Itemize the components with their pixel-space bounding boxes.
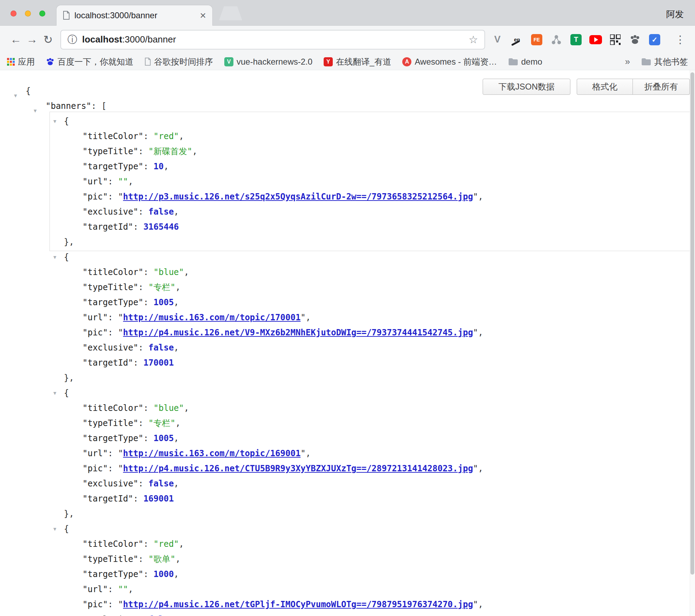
shield-check-extension-icon[interactable]: ✓ <box>648 33 661 46</box>
json-line: }, <box>64 371 690 386</box>
bookmarks-overflow-chevron[interactable]: » <box>625 56 630 67</box>
page-icon <box>145 58 151 66</box>
json-line: "exclusive": false, <box>64 340 690 355</box>
json-line: "url": "http://music.163.com/m/topic/170… <box>64 310 690 325</box>
vimium-extension-icon[interactable]: V <box>491 33 504 46</box>
tab-title: localhost:3000/banner <box>74 11 196 20</box>
bookmark-star-icon[interactable]: ☆ <box>469 33 478 46</box>
json-line: "targetType": 1005, <box>64 295 690 310</box>
collapse-toggle-icon[interactable]: ▼ <box>53 118 56 124</box>
json-line: "url": "", <box>64 582 690 597</box>
tampermonkey-extension-icon[interactable]: T <box>569 33 583 46</box>
close-window-button[interactable] <box>11 11 16 17</box>
json-line: { <box>64 114 690 129</box>
bookmark-vue-hackernews[interactable]: V vue-hackernews-2.0 <box>224 57 312 67</box>
browser-tab[interactable]: localhost:3000/banner × <box>56 5 213 26</box>
browser-menu-icon[interactable]: ⋮ <box>673 33 687 46</box>
json-line: }, <box>64 506 690 522</box>
vertical-scrollbar[interactable] <box>690 70 695 616</box>
json-line: "targetType": 1000, <box>64 567 690 582</box>
url-host: localhost <box>82 34 122 45</box>
window-controls <box>11 11 45 17</box>
fullscreen-window-button[interactable] <box>39 11 45 17</box>
minimize-window-button[interactable] <box>25 11 31 17</box>
json-line: "targetId": 169001 <box>64 491 690 506</box>
bookmark-youdao-translate[interactable]: Y 在线翻译_有道 <box>324 56 391 67</box>
new-tab-button[interactable] <box>219 6 242 20</box>
url-path: :3000/banner <box>122 34 176 45</box>
json-url-link[interactable]: http://p4.music.126.net/V9-MXz6b2MNhEKju… <box>123 328 473 338</box>
json-line: "exclusive": false, <box>64 612 690 616</box>
json-line: "targetType": 1005, <box>64 431 690 446</box>
json-line: }, <box>64 235 690 250</box>
json-url-link[interactable]: http://p3.music.126.net/s25q2x5QyqsAzilC… <box>123 192 473 202</box>
page-info-icon[interactable]: ⓘ <box>67 33 77 46</box>
json-line: "pic": "http://p4.music.126.net/tGPljf-I… <box>64 597 690 612</box>
other-bookmarks-folder[interactable]: 其他书签 <box>641 56 688 67</box>
vue-icon: V <box>224 57 233 66</box>
json-line: "pic": "http://p3.music.126.net/s25q2x5Q… <box>64 189 690 204</box>
address-bar[interactable]: ⓘ localhost:3000/banner ☆ <box>60 30 485 50</box>
json-line: { <box>64 522 690 537</box>
json-line: ▼{ <box>0 84 690 99</box>
json-url-link[interactable]: http://p4.music.126.net/CTU5B9R9y3XyYBZX… <box>123 464 473 473</box>
json-line: "titleColor": "red", <box>64 129 690 144</box>
network-extension-icon[interactable] <box>550 33 563 46</box>
baidu-paw-icon <box>46 58 54 66</box>
youdao-icon: Y <box>324 57 333 66</box>
back-button[interactable]: ← <box>8 33 24 46</box>
fe-extension-icon[interactable]: FE <box>530 33 543 46</box>
page-favicon-icon <box>63 11 70 20</box>
scrollbar-thumb[interactable] <box>690 72 694 575</box>
folder-icon <box>508 58 518 66</box>
json-line: "url": "http://music.163.com/m/topic/169… <box>64 446 690 461</box>
bookmark-google-sort[interactable]: 谷歌按时间排序 <box>145 56 213 67</box>
youtube-extension-icon[interactable] <box>589 33 602 46</box>
reload-button[interactable]: ↻ <box>40 33 56 46</box>
profile-name[interactable]: 阿发 <box>666 8 684 20</box>
json-line: "exclusive": false, <box>64 476 690 491</box>
json-line: "typeTitle": "专栏", <box>64 416 690 431</box>
json-object: ▼{"titleColor": "red","typeTitle": "新碟首发… <box>64 114 690 250</box>
json-line: "titleColor": "blue", <box>64 401 690 416</box>
bookmarks-bar: 应用 百度一下，你就知道 谷歌按时间排序 V vue-hackernews-2.… <box>0 53 695 70</box>
paw-extension-icon[interactable] <box>628 33 642 46</box>
json-line: "titleColor": "blue", <box>64 265 690 280</box>
folder-icon <box>641 58 651 66</box>
collapse-toggle-icon[interactable]: ▼ <box>53 254 56 260</box>
json-line: "targetType": 10, <box>64 159 690 174</box>
awesomes-icon: A <box>402 57 411 66</box>
collapse-toggle-icon[interactable]: ▼ <box>53 390 56 396</box>
json-line: "url": "", <box>64 174 690 189</box>
extension-icons: V en FE T <box>491 33 661 46</box>
json-object: ▼{"titleColor": "blue","typeTitle": "专栏"… <box>64 250 690 386</box>
forward-button[interactable]: → <box>24 33 40 46</box>
json-line: ▼"banners": [ <box>0 99 690 114</box>
json-line: { <box>64 250 690 265</box>
qrcode-extension-icon[interactable] <box>609 33 622 46</box>
bookmark-baidu[interactable]: 百度一下，你就知道 <box>46 56 133 67</box>
json-line: "titleColor": "red", <box>64 537 690 552</box>
bookmark-apps[interactable]: 应用 <box>7 56 35 67</box>
bookmark-folder-demo[interactable]: demo <box>508 57 542 67</box>
collapse-toggle-icon[interactable]: ▼ <box>53 526 56 532</box>
url-text[interactable]: localhost:3000/banner <box>82 34 176 45</box>
json-url-link[interactable]: http://music.163.com/m/topic/170001 <box>123 313 301 322</box>
json-url-link[interactable]: http://p4.music.126.net/tGPljf-IMOCyPvum… <box>123 599 473 609</box>
browser-toolbar: ← → ↻ ⓘ localhost:3000/banner ☆ V en FE … <box>0 26 695 53</box>
apps-grid-icon <box>7 58 15 66</box>
titlebar: localhost:3000/banner × 阿发 <box>0 0 695 26</box>
json-line: "targetId": 3165446 <box>64 219 690 235</box>
translate-extension-icon[interactable]: en <box>510 33 524 46</box>
json-line: "typeTitle": "新碟首发", <box>64 144 690 159</box>
tab-close-icon[interactable]: × <box>200 10 206 21</box>
json-viewer: ▼{▼"banners": [▼{"titleColor": "red","ty… <box>0 84 690 616</box>
json-url-link[interactable]: http://music.163.com/m/topic/169001 <box>123 448 301 458</box>
json-line: "exclusive": false, <box>64 204 690 219</box>
bookmark-awesomes[interactable]: A Awesomes - 前端资… <box>402 56 497 67</box>
json-line: { <box>64 386 690 401</box>
json-line: "typeTitle": "歌单", <box>64 552 690 567</box>
json-line: "pic": "http://p4.music.126.net/CTU5B9R9… <box>64 461 690 476</box>
collapse-toggle-icon[interactable]: ▼ <box>34 103 37 118</box>
json-line: "targetId": 170001 <box>64 355 690 371</box>
